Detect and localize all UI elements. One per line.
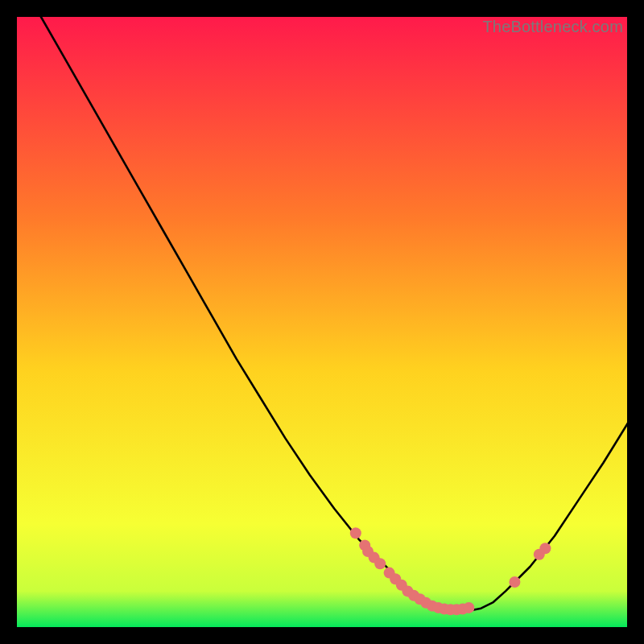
curve-marker bbox=[374, 558, 386, 569]
curve-marker bbox=[509, 576, 520, 588]
bottleneck-chart bbox=[16, 16, 628, 628]
curve-marker bbox=[350, 527, 361, 539]
chart-frame: TheBottleneck.com bbox=[16, 16, 628, 628]
curve-marker bbox=[539, 543, 551, 554]
watermark-text: TheBottleneck.com bbox=[482, 18, 623, 36]
curve-marker bbox=[463, 602, 474, 613]
gradient-background bbox=[16, 16, 628, 628]
